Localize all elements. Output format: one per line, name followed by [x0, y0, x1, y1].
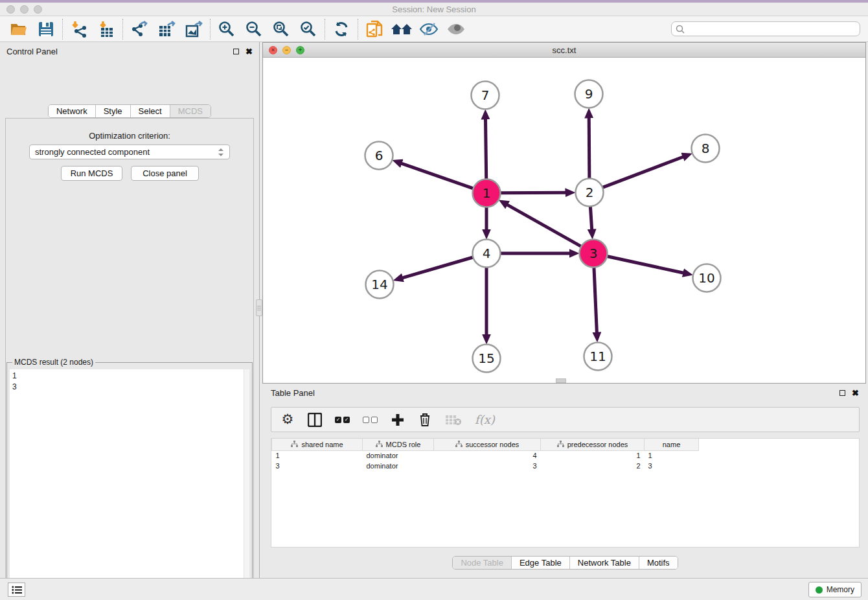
- refresh-button[interactable]: [328, 18, 355, 40]
- tab-mcds[interactable]: MCDS: [170, 105, 211, 117]
- close-panel-button[interactable]: Close panel: [131, 166, 199, 181]
- network-canvas[interactable]: 7968124314101511: [263, 58, 865, 383]
- table-cell: 3: [645, 461, 699, 471]
- toolbar-separator: [210, 19, 211, 40]
- table-cell: dominator: [363, 461, 434, 471]
- edge-3-10[interactable]: [607, 257, 683, 273]
- control-panel-title: Control Panel: [6, 47, 58, 56]
- export-table-button[interactable]: [153, 18, 180, 40]
- column-header-MCDS-role[interactable]: MCDS role: [363, 439, 434, 450]
- mcds-result-group: MCDS result (2 nodes) 1 3: [6, 362, 253, 600]
- node-label-9: 9: [585, 86, 593, 102]
- tab-select[interactable]: Select: [130, 105, 170, 117]
- edge-1-7[interactable]: [485, 119, 486, 179]
- select-all-button[interactable]: ✓ ✓: [335, 412, 350, 428]
- memory-button[interactable]: Memory: [808, 582, 862, 597]
- node-label-2: 2: [586, 185, 594, 200]
- column-header-shared-name[interactable]: shared name: [272, 439, 363, 450]
- network-graph[interactable]: 7968124314101511: [263, 58, 865, 383]
- show-columns-button[interactable]: [308, 412, 322, 428]
- hide-graphics-details-button[interactable]: [415, 18, 442, 40]
- import-network-button[interactable]: [65, 18, 93, 40]
- import-table-icon: [98, 21, 115, 38]
- mcds-result-text[interactable]: 1 3: [10, 369, 246, 600]
- panel-splitter-grip[interactable]: [256, 299, 262, 316]
- edge-3-11[interactable]: [594, 267, 597, 332]
- show-panel-list-button[interactable]: [8, 583, 25, 597]
- delete-table-icon: [445, 414, 462, 426]
- network-window-titlebar[interactable]: × − + scc.txt: [263, 43, 865, 58]
- export-image-button[interactable]: [180, 18, 207, 40]
- table-cell: 3: [434, 461, 541, 471]
- edge-1-2[interactable]: [500, 192, 565, 193]
- float-panel-icon[interactable]: [233, 49, 239, 54]
- import-table-button[interactable]: [93, 18, 120, 40]
- tab-style[interactable]: Style: [95, 105, 130, 117]
- network-view-window: × − + scc.txt 7968124314101511: [262, 42, 866, 384]
- control-panel-tabs: NetworkStyleSelectMCDS: [0, 104, 259, 118]
- toolbar-separator: [325, 19, 325, 40]
- table-row[interactable]: 1dominator411: [272, 450, 699, 461]
- column-header-successor-nodes[interactable]: successor nodes: [434, 439, 541, 450]
- deselect-all-button[interactable]: [363, 412, 378, 428]
- main-toolbar: [0, 16, 868, 42]
- column-header-name[interactable]: name: [645, 439, 699, 450]
- search-input[interactable]: [671, 21, 860, 36]
- fx-icon: f(x): [475, 413, 495, 426]
- edge-2-9[interactable]: [589, 117, 589, 178]
- tab-motifs[interactable]: Motifs: [639, 557, 678, 569]
- memory-label: Memory: [827, 585, 854, 594]
- add-row-button[interactable]: [391, 412, 405, 428]
- column-header-predecessor-nodes[interactable]: predecessor nodes: [541, 439, 645, 450]
- zoom-selected-icon: [300, 21, 317, 38]
- close-panel-icon[interactable]: ✖: [246, 47, 253, 56]
- node-label-1: 1: [483, 185, 491, 201]
- node-label-10: 10: [698, 270, 714, 286]
- criterion-select[interactable]: strongly connected component: [29, 144, 230, 159]
- node-label-15: 15: [478, 351, 494, 366]
- table-cell: 1: [272, 450, 363, 461]
- export-network-button[interactable]: [126, 18, 153, 40]
- zoom-selected-button[interactable]: [295, 18, 322, 40]
- node-label-11: 11: [589, 349, 606, 364]
- edge-2-3[interactable]: [590, 206, 591, 229]
- table-row[interactable]: 3dominator323: [272, 461, 699, 471]
- edge-2-8[interactable]: [602, 157, 683, 187]
- save-floppy-icon: [38, 21, 54, 37]
- delete-table-button: [445, 412, 462, 428]
- export-image-icon: [185, 21, 203, 38]
- zoom-in-button[interactable]: [213, 18, 240, 40]
- tab-edge-table[interactable]: Edge Table: [511, 557, 569, 569]
- zoom-out-button[interactable]: [240, 18, 268, 40]
- control-panel: Control Panel ✖ NetworkStyleSelectMCDS O…: [0, 42, 260, 578]
- result-scrollbar[interactable]: [244, 369, 249, 600]
- edge-1-6[interactable]: [401, 163, 473, 189]
- zoom-fit-icon: [273, 21, 290, 38]
- status-bar: Memory: [0, 578, 868, 600]
- close-table-panel-icon[interactable]: ✖: [852, 389, 859, 397]
- clone-network-button[interactable]: [361, 18, 388, 40]
- show-graphics-details-button[interactable]: [442, 18, 470, 40]
- tab-node-table[interactable]: Node Table: [453, 557, 511, 569]
- export-network-icon: [131, 21, 148, 38]
- optimization-criterion-label: Optimization criterion:: [0, 131, 259, 141]
- table-panel-title: Table Panel: [271, 388, 315, 398]
- criterion-value: strongly connected component: [35, 147, 150, 157]
- columns-icon: [308, 413, 322, 427]
- table-toolbar: ⚙ ✓ ✓ f(x): [271, 407, 860, 432]
- tab-network[interactable]: Network: [49, 105, 95, 117]
- tab-network-table[interactable]: Network Table: [569, 557, 639, 569]
- show-home-button[interactable]: [388, 18, 415, 40]
- node-table: shared nameMCDS rolesuccessor nodesprede…: [271, 438, 860, 548]
- table-settings-button[interactable]: ⚙: [280, 412, 295, 428]
- edge-3-1[interactable]: [507, 205, 581, 247]
- zoom-fit-button[interactable]: [268, 18, 295, 40]
- open-session-button[interactable]: [5, 18, 32, 40]
- edge-4-14[interactable]: [402, 257, 473, 278]
- float-table-panel-icon[interactable]: [839, 390, 845, 396]
- run-mcds-button[interactable]: Run MCDS: [61, 166, 122, 181]
- canvas-splitter-grip[interactable]: [556, 378, 566, 383]
- delete-row-button[interactable]: [418, 412, 432, 428]
- save-session-button[interactable]: [32, 18, 60, 40]
- table-panel: Table Panel ✖ ⚙ ✓ ✓ f(x): [262, 384, 868, 578]
